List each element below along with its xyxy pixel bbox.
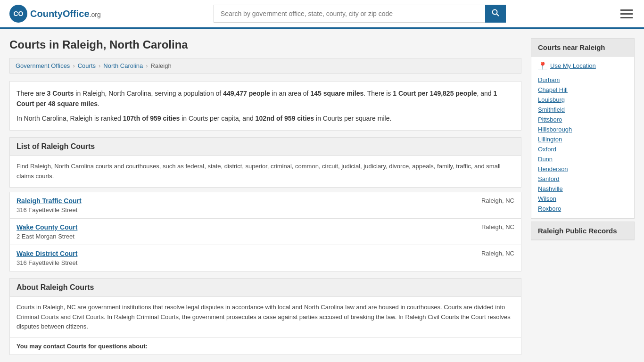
- search-icon: [492, 9, 499, 16]
- logo-text: CountyOffice.org: [30, 8, 101, 19]
- info-paragraph-2: In North Carolina, Raleigh is ranked 107…: [17, 113, 514, 123]
- about-footer: You may contact Courts for questions abo…: [9, 338, 521, 355]
- ranking-capita: 107th of 959 cities: [123, 115, 180, 122]
- info-text: There are 3 Courts in Raleigh, North Car…: [9, 81, 521, 131]
- court-item: Wake District Court 316 Fayetteville Str…: [10, 245, 521, 271]
- ranking-sqmile: 102nd of 959 cities: [256, 115, 314, 122]
- about-description: Courts in Raleigh, NC are government ins…: [9, 297, 521, 338]
- court-city-state: Raleigh, NC: [458, 250, 514, 257]
- search-area: [214, 5, 506, 23]
- use-my-location[interactable]: 📍 Use My Location: [538, 61, 627, 70]
- ranking-text3: in Courts per square mile.: [314, 115, 391, 122]
- court-info: Wake County Court 2 East Morgan Street: [17, 223, 458, 240]
- sidebar-city-link[interactable]: Louisburg: [538, 95, 627, 105]
- court-info: Wake District Court 316 Fayetteville Str…: [17, 250, 458, 266]
- content-area: Courts in Raleigh, North Carolina Govern…: [9, 38, 521, 355]
- sidebar-city-link[interactable]: Pittsboro: [538, 115, 627, 124]
- breadcrumb-raleigh: Raleigh: [151, 62, 172, 69]
- info-text4: . There is: [363, 90, 393, 97]
- info-paragraph-1: There are 3 Courts in Raleigh, North Car…: [17, 88, 514, 109]
- breadcrumb-north-carolina[interactable]: North Carolina: [103, 62, 143, 69]
- logo-tld: .org: [90, 11, 101, 18]
- court-info: Raleigh Traffic Court 316 Fayetteville S…: [17, 197, 458, 214]
- logo-icon: CO: [9, 5, 27, 23]
- menu-bar-3: [620, 17, 633, 18]
- logo-county: County: [30, 8, 63, 19]
- court-item: Wake County Court 2 East Morgan Street R…: [10, 218, 521, 245]
- sidebar-city-link[interactable]: Roxboro: [538, 204, 627, 214]
- sidebar-city-link[interactable]: Hillsborough: [538, 124, 627, 134]
- list-section: List of Raleigh Courts Find Raleigh, Nor…: [9, 137, 521, 272]
- info-text3: in an area of: [270, 90, 311, 97]
- court-address: 316 Fayetteville Street: [17, 259, 77, 266]
- court-city-state: Raleigh, NC: [458, 223, 514, 230]
- breadcrumb-sep-2: ›: [99, 62, 100, 69]
- page-title: Courts in Raleigh, North Carolina: [9, 38, 521, 51]
- info-text6: .: [98, 100, 99, 107]
- sidebar-city-link[interactable]: Nashville: [538, 184, 627, 194]
- courts-near-header: Courts near Raleigh: [531, 39, 634, 57]
- sidebar-city-link[interactable]: Sanford: [538, 174, 627, 184]
- court-city-state: Raleigh, NC: [458, 197, 514, 204]
- sidebar-city-link[interactable]: Wilson: [538, 194, 627, 204]
- list-section-description: Find Raleigh, North Carolina courts and …: [9, 156, 521, 188]
- court-list: Raleigh Traffic Court 316 Fayetteville S…: [9, 192, 521, 272]
- logo-area: CO CountyOffice.org: [9, 5, 101, 23]
- public-records-box: Raleigh Public Records: [531, 222, 635, 240]
- sidebar-city-link[interactable]: Durham: [538, 75, 627, 85]
- about-section-header: About Raleigh Courts: [9, 278, 521, 297]
- sidebar-city-link[interactable]: Oxford: [538, 144, 627, 154]
- court-name[interactable]: Raleigh Traffic Court: [17, 197, 458, 205]
- info-text5: , and: [477, 90, 493, 97]
- location-pin-icon: 📍: [538, 61, 547, 70]
- population: 449,477 people: [223, 90, 270, 97]
- hamburger-menu-button[interactable]: [619, 8, 635, 20]
- area: 145 square miles: [310, 90, 363, 97]
- breadcrumb-government-offices[interactable]: Government Offices: [16, 62, 70, 69]
- sidebar-city-link[interactable]: Dunn: [538, 154, 627, 164]
- sidebar-city-link[interactable]: Henderson: [538, 164, 627, 174]
- svg-point-2: [492, 10, 497, 15]
- sidebar-nearby-links: DurhamChapel HillLouisburgSmithfieldPitt…: [538, 75, 627, 214]
- breadcrumb-sep-3: ›: [146, 62, 148, 69]
- ranking-text2: in Courts per capita, and: [180, 115, 255, 122]
- menu-bar-1: [620, 9, 633, 11]
- ranking-text1: In North Carolina, Raleigh is ranked: [17, 115, 123, 122]
- sidebar: Courts near Raleigh 📍 Use My Location Du…: [531, 38, 635, 355]
- per-capita: 1 Court per 149,825 people: [393, 90, 477, 97]
- courts-near-content: 📍 Use My Location DurhamChapel HillLouis…: [531, 57, 634, 218]
- court-address: 2 East Morgan Street: [17, 233, 74, 240]
- main-container: Courts in Raleigh, North Carolina Govern…: [0, 29, 644, 355]
- court-item: Raleigh Traffic Court 316 Fayetteville S…: [10, 192, 521, 218]
- use-location-label: Use My Location: [550, 62, 596, 69]
- court-name[interactable]: Wake District Court: [17, 250, 458, 257]
- sidebar-city-link[interactable]: Smithfield: [538, 105, 627, 115]
- logo-office: Office: [63, 8, 90, 19]
- svg-text:CO: CO: [14, 10, 24, 17]
- courts-count: 3 Courts: [47, 90, 74, 97]
- about-section: About Raleigh Courts Courts in Raleigh, …: [9, 278, 521, 355]
- sidebar-city-link[interactable]: Lillington: [538, 134, 627, 144]
- svg-line-3: [496, 14, 499, 16]
- search-input[interactable]: [214, 5, 485, 23]
- public-records-header: Raleigh Public Records: [531, 222, 634, 240]
- menu-bar-2: [620, 13, 633, 15]
- header: CO CountyOffice.org: [0, 0, 644, 29]
- info-text2: in Raleigh, North Carolina, serving a po…: [74, 90, 223, 97]
- list-section-header: List of Raleigh Courts: [9, 137, 521, 156]
- breadcrumb-courts[interactable]: Courts: [78, 62, 96, 69]
- info-text1: There are: [17, 90, 47, 97]
- sidebar-city-link[interactable]: Chapel Hill: [538, 85, 627, 95]
- breadcrumb-sep-1: ›: [73, 62, 74, 69]
- about-footer-text: You may contact Courts for questions abo…: [17, 343, 148, 350]
- courts-near-box: Courts near Raleigh 📍 Use My Location Du…: [531, 38, 635, 219]
- court-address: 316 Fayetteville Street: [17, 206, 77, 214]
- court-name[interactable]: Wake County Court: [17, 223, 458, 231]
- breadcrumb: Government Offices › Courts › North Caro…: [9, 58, 521, 74]
- search-button[interactable]: [485, 5, 506, 23]
